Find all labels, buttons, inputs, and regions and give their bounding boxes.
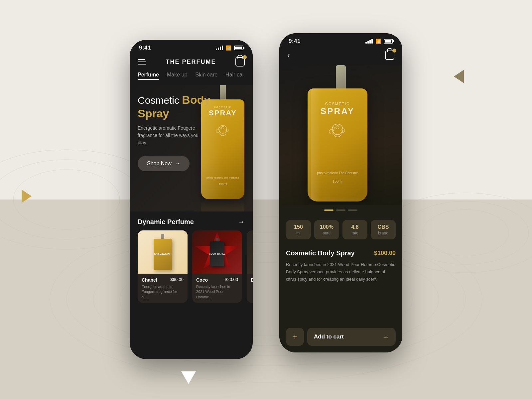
- bottle-cap: [336, 65, 346, 88]
- shop-now-arrow: →: [175, 161, 180, 167]
- app-title: THE PERFUME: [166, 59, 216, 66]
- status-bar-1: 9:41 📶: [130, 40, 253, 54]
- hero-description: Energetic aromatic Fougere fragrance for…: [138, 124, 204, 147]
- dot-1: [324, 209, 333, 211]
- svg-point-18: [329, 129, 334, 134]
- bottle-label-ml: 150ml: [332, 179, 342, 183]
- bottle-face-svg: [324, 120, 351, 147]
- stat-value-ml: 150: [289, 224, 308, 230]
- hero-text: Cosmetic Body Spray Energetic aromatic F…: [138, 93, 210, 171]
- products-row: Chanel $60.00 Energetic aromatic Fougere…: [130, 230, 253, 303]
- right-arrow-decoration: [454, 70, 464, 83]
- app-header-1: THE PERFUME: [130, 54, 253, 72]
- bottle-label-cosmetic: cosmetic: [325, 102, 350, 106]
- detail-info: Cosmetic Body Spray $100.00 Recently lau…: [279, 244, 402, 323]
- product-card-info-chanel: Chanel $60.00 Energetic aromatic Fougere…: [138, 274, 188, 303]
- stat-rate: 4.8 rate: [342, 220, 367, 239]
- product-card-coco[interactable]: Coco $20.00 Recently launched in 2021 Wo…: [192, 230, 242, 303]
- tab-haircare[interactable]: Hair cal: [225, 72, 243, 80]
- svg-point-14: [226, 129, 228, 132]
- bottle-body: cosmetic SPRAY photo-realistic The Perfu…: [308, 88, 367, 201]
- product-price-coco: $20.00: [225, 277, 238, 282]
- phone-1: 9:41 📶 THE PERFUME: [130, 40, 253, 359]
- phone-2: 9:41 📶 ‹: [279, 33, 402, 352]
- stats-grid: 150 ml 100% pure 4.8 rate CBS brand: [279, 215, 402, 244]
- bottle-label-perfume: photo-realistic The Perfume: [317, 171, 358, 175]
- product-image-chanel: [138, 230, 188, 274]
- status-icons-1: 📶: [216, 45, 243, 51]
- add-cart-label: Add to cart: [314, 333, 344, 340]
- menu-icon[interactable]: [138, 59, 146, 65]
- add-cart-arrow: →: [382, 333, 389, 341]
- product-hero: cosmetic SPRAY photo-realistic The Perfu…: [279, 65, 402, 205]
- detail-price: $100.00: [374, 250, 396, 257]
- stat-label-brand: brand: [373, 231, 393, 235]
- section-title: Dynamic Perfume: [138, 218, 194, 226]
- tab-makeup[interactable]: Make up: [167, 72, 187, 80]
- hero-title-bold: Body: [182, 93, 210, 106]
- wifi-icon-2: 📶: [375, 39, 381, 44]
- product-card-chanel[interactable]: Chanel $60.00 Energetic aromatic Fougere…: [138, 230, 188, 303]
- phones-container: 9:41 📶 THE PERFUME: [0, 0, 532, 399]
- product-card-info-coco: Coco $20.00 Recently launched in 2021 Wo…: [192, 274, 242, 303]
- plus-button[interactable]: +: [286, 328, 304, 346]
- battery-icon: [234, 46, 243, 50]
- signal-icon-2: [365, 39, 373, 44]
- status-time-1: 9:41: [139, 45, 151, 51]
- wifi-icon: 📶: [226, 45, 231, 51]
- svg-point-12: [221, 126, 224, 129]
- hero-subtitle-bold: Spray: [138, 107, 210, 120]
- nav-tabs: Perfume Make up Skin care Hair cal: [130, 72, 253, 85]
- product-image-coco: [192, 230, 242, 274]
- add-to-cart-button[interactable]: Add to cart →: [307, 328, 396, 346]
- product-price-chanel: $60.00: [170, 277, 184, 282]
- hero-title-regular: Cosmetic Body: [138, 93, 210, 107]
- product-desc-coco: Recently launched in 2021 Wood Pour Homm…: [196, 284, 238, 300]
- back-button[interactable]: ‹: [287, 51, 290, 60]
- stat-brand: CBS brand: [371, 220, 396, 239]
- product-card-partial: D: [247, 230, 253, 303]
- tab-perfume[interactable]: Perfume: [138, 72, 159, 80]
- status-icons-2: 📶: [365, 39, 393, 44]
- cart-badge: [243, 55, 247, 59]
- hero-section: Cosmetic Body Spray Energetic aromatic F…: [130, 85, 253, 211]
- cart-badge-2: [392, 49, 396, 53]
- large-bottle: cosmetic SPRAY photo-realistic The Perfu…: [308, 65, 374, 205]
- svg-point-17: [336, 126, 339, 129]
- section-arrow[interactable]: →: [238, 218, 245, 226]
- detail-description: Recently launched in 2021 Wood Pour Homm…: [286, 261, 396, 283]
- stat-label-ml: ml: [289, 231, 308, 235]
- detail-product-name: Cosmetic Body Spray: [286, 249, 355, 257]
- add-to-cart-bar: + Add to cart →: [279, 323, 402, 352]
- dot-2: [336, 209, 345, 211]
- shop-now-button[interactable]: Shop Now →: [138, 156, 190, 171]
- signal-icon: [216, 46, 223, 50]
- shop-now-label: Shop Now: [147, 161, 172, 167]
- stat-label-pure: pure: [317, 231, 336, 235]
- battery-icon-2: [384, 39, 393, 44]
- product-name-coco: Coco: [196, 277, 208, 283]
- stat-value-brand: CBS: [373, 224, 393, 230]
- tab-skincare[interactable]: Skin care: [195, 72, 217, 80]
- stat-pure: 100% pure: [314, 220, 339, 239]
- cart-button-2[interactable]: [385, 51, 394, 60]
- stat-value-rate: 4.8: [345, 224, 365, 230]
- stat-value-pure: 100%: [317, 224, 336, 230]
- dot-indicators: [279, 205, 402, 215]
- status-time-2: 9:41: [289, 38, 301, 45]
- stat-ml: 150 ml: [286, 220, 311, 239]
- section-header: Dynamic Perfume →: [130, 211, 253, 230]
- bottle-label-spray: SPRAY: [321, 107, 354, 115]
- cart-button[interactable]: [235, 57, 245, 66]
- product-desc-chanel: Energetic aromatic Fougere fragrance for…: [142, 284, 184, 300]
- detail-header: ‹: [279, 47, 402, 65]
- stat-label-rate: rate: [345, 231, 365, 235]
- dot-3: [348, 209, 357, 211]
- status-bar-2: 9:41 📶: [279, 33, 402, 47]
- bottom-triangle-decoration: [181, 371, 196, 384]
- detail-title-row: Cosmetic Body Spray $100.00: [286, 249, 396, 257]
- product-name-chanel: Chanel: [142, 277, 157, 283]
- left-arrow-decoration: [22, 190, 32, 203]
